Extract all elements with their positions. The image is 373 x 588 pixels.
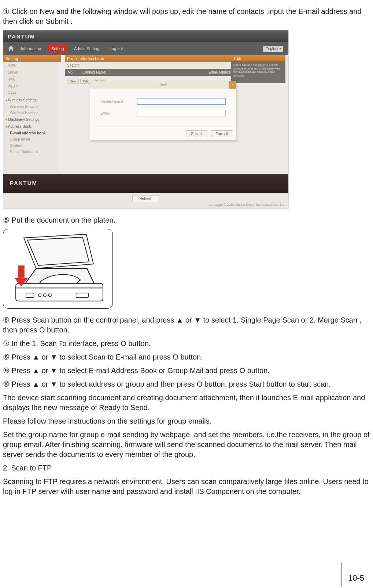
pantum-web-ui-screenshot: PANTUM Information Setting Admin Setting… [3, 30, 289, 209]
sidebar-header: Setting [3, 55, 61, 62]
search-label: Search: [67, 63, 80, 67]
contact-name-input[interactable] [137, 98, 226, 105]
settings-sidebar: Setting IMAP Server IPv6 WLAN RAW Wirele… [3, 55, 61, 193]
paragraph-ftp: Scanning to FTP requires a network envir… [3, 477, 370, 496]
svg-marker-4 [27, 237, 89, 265]
email-label: Email: [100, 111, 137, 115]
step-10-text: ⑩ Press ▲ or ▼ to select address or grou… [3, 379, 370, 389]
sidebar-sub-system[interactable]: System [3, 142, 61, 149]
new-contact-modal: New × Contact name: Email: [90, 81, 236, 141]
paragraph-launch: The device start scanning document and c… [3, 393, 370, 413]
language-select[interactable]: English [263, 46, 283, 52]
brand-logo-bottom: PANTUM [3, 174, 288, 186]
email-input[interactable] [137, 110, 226, 116]
modal-title: New × [90, 81, 236, 89]
brand-bottom-strip: PANTUM [3, 174, 288, 193]
svg-rect-0 [16, 284, 103, 301]
th-no: No. [68, 70, 82, 74]
nav-bar: Information Setting Admin Setting Log ou… [3, 42, 288, 55]
tab-setting[interactable]: Setting [47, 44, 68, 53]
sidebar-item[interactable]: IPv6 [3, 76, 61, 83]
paragraph-follow: Please follow these instructions on the … [3, 416, 370, 426]
new-button[interactable]: New [67, 79, 79, 84]
th-contact-name: Contact Name [82, 70, 208, 74]
turn-off-button[interactable]: Turn off [211, 130, 233, 137]
tab-admin-setting[interactable]: Admin Setting [70, 44, 103, 53]
sidebar-sub-email-notification[interactable]: E-mail Notification [3, 149, 61, 155]
submit-button[interactable]: Submit [186, 130, 207, 137]
sidebar-item[interactable]: IMAP [3, 62, 61, 69]
heading-scan-to-ftp: 2. Scan to FTP [3, 463, 370, 473]
step-7-text: ⑦ In the 1. Scan To interface, press O b… [3, 339, 370, 349]
sidebar-item[interactable]: WLAN [3, 83, 61, 90]
sidebar-sub-email-address-book[interactable]: E-mail address book [3, 130, 61, 136]
tips-header: Tips [231, 55, 285, 61]
tab-information[interactable]: Information [16, 44, 45, 53]
sidebar-group-machinery[interactable]: Machinery Settings [3, 116, 61, 123]
copyright-text: Copyright © 2015 Zhuhai Seine Technology… [3, 202, 288, 207]
step-5-text: ⑤ Put the document on the platen. [3, 215, 370, 225]
sidebar-group-wireless[interactable]: Wireless Settings [3, 97, 61, 104]
footer-bar: Refresh Copyright © 2015 Zhuhai Seine Te… [3, 193, 288, 208]
contact-name-label: Contact name: [100, 100, 137, 104]
scanner-platen-illustration [3, 229, 113, 309]
brand-bar: PANTUM [3, 30, 288, 42]
tab-log-out[interactable]: Log out [105, 44, 128, 53]
step-8-text: ⑧ Press ▲ or ▼ to select Scan to E-mail … [3, 352, 370, 362]
svg-rect-7 [18, 265, 25, 278]
modal-title-text: New [159, 83, 167, 87]
sidebar-sub-wireless-hotspot[interactable]: Wireless Hotspot [3, 110, 61, 116]
modal-close-button[interactable]: × [229, 81, 236, 89]
paragraph-group: Set the group name for group e-mail send… [3, 430, 370, 459]
step-4-text: ④ Click on New and the following window … [3, 7, 370, 26]
step-6-text: ⑥ Press Scan button on the control panel… [3, 315, 370, 335]
sidebar-sub-group-email[interactable]: Group email [3, 136, 61, 142]
sidebar-item[interactable]: RAW [3, 90, 61, 97]
sidebar-group-address-book[interactable]: Address Book [3, 123, 61, 130]
step-9-text: ⑨ Press ▲ or ▼ to select E-mail Address … [3, 366, 370, 376]
home-icon[interactable] [7, 45, 15, 53]
main-area: E-mail address book Search: No. Contact … [61, 55, 288, 193]
brand-logo-text: PANTUM [8, 33, 35, 40]
refresh-button[interactable]: Refresh [132, 195, 159, 202]
sidebar-item[interactable]: Server [3, 69, 61, 76]
tips-body: Users can use this page to edit the cont… [231, 61, 285, 83]
sidebar-sub-wireless-network[interactable]: Wireless Network [3, 104, 61, 110]
tips-panel: Tips Users can use this page to edit the… [231, 55, 285, 83]
